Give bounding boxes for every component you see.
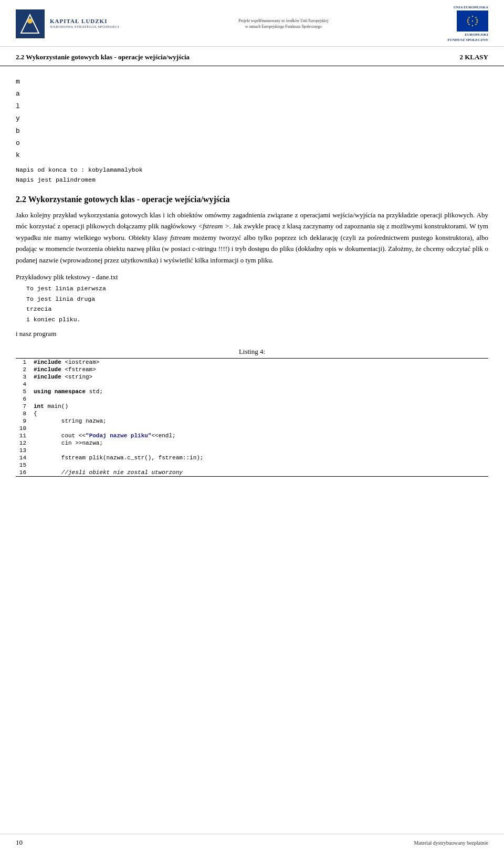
code-line-7: 7 int main() <box>16 403 488 410</box>
header-center-text: Projekt współfinansowany ze środków Unii… <box>238 18 328 30</box>
line-num-6: 6 <box>16 395 32 403</box>
letter-k: k <box>16 149 488 161</box>
code-line-3: 3 #include <string> <box>16 373 488 381</box>
svg-rect-0 <box>16 9 45 38</box>
kapital-ludzki-text: KAPITAŁ LUDZKI NARODOWA STRATEGIA SPÓJNO… <box>50 18 119 29</box>
line-num-2: 2 <box>16 366 32 373</box>
code-line-13: 13 <box>16 447 488 454</box>
svg-point-14 <box>467 19 468 20</box>
line-num-13: 13 <box>16 447 32 454</box>
code-line-10: 10 <box>16 425 488 432</box>
code-content-15 <box>32 461 488 469</box>
eu-flag-icon <box>457 10 488 31</box>
code-content-3: #include <string> <box>32 373 488 381</box>
page-footer: 10 Materiał dystrybuowany bezpłatnie <box>0 834 504 851</box>
line-num-7: 7 <box>16 403 32 410</box>
line-num-5: 5 <box>16 388 32 395</box>
section-header-bar: 2.2 Wykorzystanie gotowych klas - operac… <box>0 47 504 66</box>
file-line-4: i koniec pliku. <box>26 314 488 325</box>
code-line-2: 2 #include <fstream> <box>16 366 488 373</box>
file-line-3: trzecia <box>26 304 488 314</box>
line-num-16: 16 <box>16 469 32 477</box>
mono-line-2: Napis jest palindromem <box>16 175 488 185</box>
letter-y: y <box>16 112 488 124</box>
svg-point-6 <box>472 16 473 17</box>
letter-a: a <box>16 88 488 100</box>
listing-label: Listing 4: <box>16 348 488 356</box>
code-line-11: 11 cout <<"Podaj nazwe pliku"<<endl; <box>16 432 488 439</box>
line-num-1: 1 <box>16 359 32 366</box>
svg-point-9 <box>477 20 478 22</box>
code-line-6: 6 <box>16 395 488 403</box>
line-num-3: 3 <box>16 373 32 381</box>
code-content-5: using namespace std; <box>32 388 488 395</box>
code-line-12: 12 cin >>nazwa; <box>16 439 488 447</box>
letter-m: m <box>16 76 488 88</box>
section-label: 2 KLASY <box>459 53 488 61</box>
svg-point-16 <box>467 22 468 23</box>
svg-point-7 <box>472 25 473 26</box>
inasz-label: i nasz program <box>16 330 488 338</box>
line-num-4: 4 <box>16 381 32 388</box>
svg-point-8 <box>467 20 468 22</box>
code-line-9: 9 string nazwa; <box>16 417 488 425</box>
code-listing: 1 #include <iostream> 2 #include <fstrea… <box>16 358 488 477</box>
code-content-7: int main() <box>32 403 488 410</box>
line-num-9: 9 <box>16 417 32 425</box>
section-title: 2.2 Wykorzystanie gotowych klas - operac… <box>16 53 190 61</box>
line-num-14: 14 <box>16 454 32 461</box>
line-num-10: 10 <box>16 425 32 432</box>
code-content-9: string nazwa; <box>32 417 488 425</box>
svg-point-11 <box>475 17 476 18</box>
code-content-6 <box>32 395 488 403</box>
kapital-ludzki-logo <box>16 9 45 38</box>
code-content-12: cin >>nazwa; <box>32 439 488 447</box>
code-content-10 <box>32 425 488 432</box>
code-content-13 <box>32 447 488 454</box>
svg-point-17 <box>476 22 477 23</box>
file-content: To jest linia pierwsza To jest linia dru… <box>26 283 488 324</box>
code-content-14: fstream plik(nazwa.c_str(), fstream::in)… <box>32 454 488 461</box>
code-line-16: 16 //jesli obiekt nie zostal utworzony <box>16 469 488 477</box>
mono-line-1: Napis od konca to : kobylamamalybok <box>16 165 488 175</box>
footer-page: 10 <box>16 838 23 847</box>
code-content-2: #include <fstream> <box>32 366 488 373</box>
line-num-15: 15 <box>16 461 32 469</box>
file-label: Przykładowy plik tekstowy - dane.txt <box>16 273 488 281</box>
line-num-8: 8 <box>16 410 32 417</box>
code-content-16: //jesli obiekt nie zostal utworzony <box>32 469 488 477</box>
svg-point-13 <box>475 24 476 25</box>
svg-point-2 <box>27 18 33 24</box>
eu-logo-block: UNIA EUROPEJSKA EUROPEJSKI FUNDUSZ SP <box>447 5 488 42</box>
file-line-1: To jest linia pierwsza <box>26 283 488 294</box>
code-line-4: 4 <box>16 381 488 388</box>
code-content-11: cout <<"Podaj nazwe pliku"<<endl; <box>32 432 488 439</box>
line-num-12: 12 <box>16 439 32 447</box>
mono-output: Napis od konca to : kobylamamalybok Napi… <box>16 165 488 185</box>
line-num-11: 11 <box>16 432 32 439</box>
page-header: KAPITAŁ LUDZKI NARODOWA STRATEGIA SPÓJNO… <box>0 0 504 47</box>
code-line-14: 14 fstream plik(nazwa.c_str(), fstream::… <box>16 454 488 461</box>
code-content-4 <box>32 381 488 388</box>
svg-point-15 <box>476 19 477 20</box>
file-line-2: To jest linia druga <box>26 294 488 304</box>
letter-b: b <box>16 125 488 137</box>
code-line-8: 8 { <box>16 410 488 417</box>
code-line-1: 1 #include <iostream> <box>16 359 488 366</box>
body-paragraph-1: Jako kolejny przykład wykorzystania goto… <box>16 209 488 266</box>
footer-right: Materiał dystrybuowany bezpłatnie <box>414 840 488 846</box>
code-content-1: #include <iostream> <box>32 359 488 366</box>
code-line-15: 15 <box>16 461 488 469</box>
header-left-logos: KAPITAŁ LUDZKI NARODOWA STRATEGIA SPÓJNO… <box>16 9 119 38</box>
svg-point-5 <box>472 20 473 22</box>
letter-o: o <box>16 137 488 149</box>
code-content-8: { <box>32 410 488 417</box>
section-2-2-heading: 2.2 Wykorzystanie gotowych klas - operac… <box>16 195 488 204</box>
vertical-letters: m a l y b o k <box>16 76 488 162</box>
svg-point-12 <box>468 24 469 25</box>
main-content: m a l y b o k Napis od konca to : kobyla… <box>0 66 504 487</box>
svg-point-10 <box>468 17 469 18</box>
code-line-5: 5 using namespace std; <box>16 388 488 395</box>
letter-l: l <box>16 100 488 112</box>
